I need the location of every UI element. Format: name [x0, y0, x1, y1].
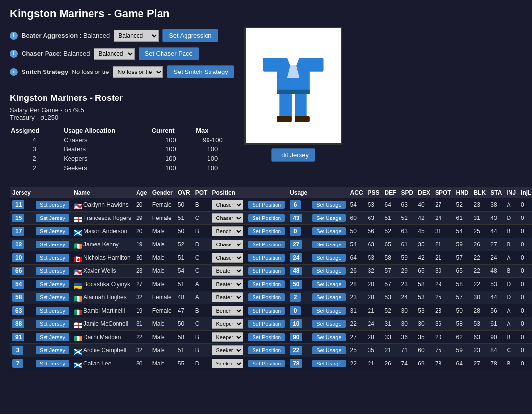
set-position-cell[interactable]: Set Position: [246, 212, 287, 225]
set-jersey-cell[interactable]: Set Jersey: [33, 291, 71, 304]
position-select[interactable]: ChaserBeaterKeeperSeekerBench: [212, 292, 243, 302]
set-jersey-button[interactable]: Set Jersey: [36, 214, 69, 222]
position-select[interactable]: ChaserBeaterKeeperSeekerBench: [212, 359, 243, 368]
set-jersey-button[interactable]: Set Jersey: [36, 333, 69, 341]
position-select[interactable]: ChaserBeaterKeeperSeekerBench: [212, 226, 243, 236]
set-jersey-cell[interactable]: Set Jersey: [33, 344, 71, 357]
snitch-strategy-select[interactable]: No loss or tie Always Never: [113, 66, 163, 78]
set-jersey-button[interactable]: Set Jersey: [36, 280, 69, 288]
set-jersey-cell[interactable]: Set Jersey: [33, 317, 71, 331]
set-usage-button[interactable]: Set Usage: [312, 280, 345, 288]
set-jersey-button[interactable]: Set Jersey: [36, 360, 69, 367]
set-position-cell[interactable]: Set Position: [246, 198, 287, 212]
set-usage-button[interactable]: Set Usage: [312, 346, 345, 354]
set-jersey-cell[interactable]: Set Jersey: [33, 212, 71, 225]
set-usage-cell[interactable]: Set Usage: [310, 225, 347, 238]
set-usage-button[interactable]: Set Usage: [312, 360, 345, 367]
set-jersey-cell[interactable]: Set Jersey: [33, 278, 71, 291]
set-jersey-cell[interactable]: Set Jersey: [33, 265, 71, 278]
set-jersey-button[interactable]: Set Jersey: [36, 201, 69, 209]
set-usage-button[interactable]: Set Usage: [312, 307, 345, 315]
set-jersey-button[interactable]: Set Jersey: [36, 320, 69, 328]
set-usage-cell[interactable]: Set Usage: [310, 212, 347, 225]
set-usage-cell[interactable]: Set Usage: [310, 304, 347, 317]
set-jersey-cell[interactable]: Set Jersey: [33, 357, 71, 370]
set-usage-button[interactable]: Set Usage: [312, 214, 345, 222]
set-aggression-button[interactable]: Set Aggression: [162, 29, 218, 42]
position-select[interactable]: ChaserBeaterKeeperSeekerBench: [212, 279, 243, 289]
set-usage-cell[interactable]: Set Usage: [310, 198, 347, 212]
set-usage-button[interactable]: Set Usage: [312, 201, 345, 209]
player-position-cell[interactable]: ChaserBeaterKeeperSeekerBench: [209, 238, 246, 251]
set-position-button[interactable]: Set Position: [248, 293, 285, 301]
player-position-cell[interactable]: ChaserBeaterKeeperSeekerBench: [209, 251, 246, 265]
set-position-button[interactable]: Set Position: [248, 360, 285, 367]
position-select[interactable]: ChaserBeaterKeeperSeekerBench: [212, 200, 243, 210]
player-position-cell[interactable]: ChaserBeaterKeeperSeekerBench: [209, 344, 246, 357]
set-usage-button[interactable]: Set Usage: [312, 320, 345, 328]
set-usage-cell[interactable]: Set Usage: [310, 291, 347, 304]
chaser-pace-info-icon[interactable]: i: [10, 50, 18, 58]
set-position-cell[interactable]: Set Position: [246, 331, 287, 344]
position-select[interactable]: ChaserBeaterKeeperSeekerBench: [212, 319, 243, 329]
position-select[interactable]: ChaserBeaterKeeperSeekerBench: [212, 345, 243, 355]
set-position-cell[interactable]: Set Position: [246, 225, 287, 238]
set-position-button[interactable]: Set Position: [248, 254, 285, 262]
set-usage-cell[interactable]: Set Usage: [310, 331, 347, 344]
set-jersey-button[interactable]: Set Jersey: [36, 307, 69, 315]
set-chaser-pace-button[interactable]: Set Chaser Pace: [139, 47, 199, 60]
player-position-cell[interactable]: ChaserBeaterKeeperSeekerBench: [209, 304, 246, 317]
set-position-cell[interactable]: Set Position: [246, 304, 287, 317]
player-position-cell[interactable]: ChaserBeaterKeeperSeekerBench: [209, 225, 246, 238]
position-select[interactable]: ChaserBeaterKeeperSeekerBench: [212, 266, 243, 276]
set-position-cell[interactable]: Set Position: [246, 238, 287, 251]
set-usage-button[interactable]: Set Usage: [312, 241, 345, 248]
set-jersey-cell[interactable]: Set Jersey: [33, 331, 71, 344]
set-position-cell[interactable]: Set Position: [246, 278, 287, 291]
set-jersey-button[interactable]: Set Jersey: [36, 254, 69, 262]
set-usage-cell[interactable]: Set Usage: [310, 265, 347, 278]
set-position-cell[interactable]: Set Position: [246, 265, 287, 278]
player-position-cell[interactable]: ChaserBeaterKeeperSeekerBench: [209, 278, 246, 291]
set-usage-button[interactable]: Set Usage: [312, 293, 345, 301]
player-position-cell[interactable]: ChaserBeaterKeeperSeekerBench: [209, 357, 246, 370]
set-position-button[interactable]: Set Position: [248, 267, 285, 275]
player-position-cell[interactable]: ChaserBeaterKeeperSeekerBench: [209, 198, 246, 212]
set-position-button[interactable]: Set Position: [248, 333, 285, 341]
player-position-cell[interactable]: ChaserBeaterKeeperSeekerBench: [209, 265, 246, 278]
position-select[interactable]: ChaserBeaterKeeperSeekerBench: [212, 240, 243, 249]
set-usage-cell[interactable]: Set Usage: [310, 357, 347, 370]
set-jersey-cell[interactable]: Set Jersey: [33, 304, 71, 317]
set-position-cell[interactable]: Set Position: [246, 357, 287, 370]
set-position-cell[interactable]: Set Position: [246, 251, 287, 265]
set-position-button[interactable]: Set Position: [248, 201, 285, 209]
edit-jersey-button[interactable]: Edit Jersey: [271, 148, 315, 162]
set-jersey-button[interactable]: Set Jersey: [36, 241, 69, 248]
set-usage-button[interactable]: Set Usage: [312, 227, 345, 235]
set-position-button[interactable]: Set Position: [248, 241, 285, 248]
set-position-button[interactable]: Set Position: [248, 307, 285, 315]
position-select[interactable]: ChaserBeaterKeeperSeekerBench: [212, 332, 243, 342]
position-select[interactable]: ChaserBeaterKeeperSeekerBench: [212, 213, 243, 223]
set-usage-cell[interactable]: Set Usage: [310, 278, 347, 291]
set-jersey-button[interactable]: Set Jersey: [36, 267, 69, 275]
player-position-cell[interactable]: ChaserBeaterKeeperSeekerBench: [209, 212, 246, 225]
set-usage-cell[interactable]: Set Usage: [310, 317, 347, 331]
position-select[interactable]: ChaserBeaterKeeperSeekerBench: [212, 306, 243, 316]
chaser-pace-select[interactable]: Balanced Fast Slow: [94, 48, 135, 60]
set-usage-button[interactable]: Set Usage: [312, 333, 345, 341]
set-position-cell[interactable]: Set Position: [246, 291, 287, 304]
set-jersey-cell[interactable]: Set Jersey: [33, 251, 71, 265]
player-position-cell[interactable]: ChaserBeaterKeeperSeekerBench: [209, 291, 246, 304]
beater-aggression-info-icon[interactable]: i: [10, 32, 18, 40]
set-position-button[interactable]: Set Position: [248, 346, 285, 354]
set-position-button[interactable]: Set Position: [248, 280, 285, 288]
set-snitch-strategy-button[interactable]: Set Snitch Strategy: [167, 65, 234, 78]
beater-aggression-select[interactable]: Balanced Aggressive Defensive: [114, 30, 159, 42]
position-select[interactable]: ChaserBeaterKeeperSeekerBench: [212, 253, 243, 263]
set-jersey-button[interactable]: Set Jersey: [36, 293, 69, 301]
set-position-button[interactable]: Set Position: [248, 320, 285, 328]
set-jersey-button[interactable]: Set Jersey: [36, 346, 69, 354]
set-usage-cell[interactable]: Set Usage: [310, 238, 347, 251]
set-jersey-cell[interactable]: Set Jersey: [33, 225, 71, 238]
